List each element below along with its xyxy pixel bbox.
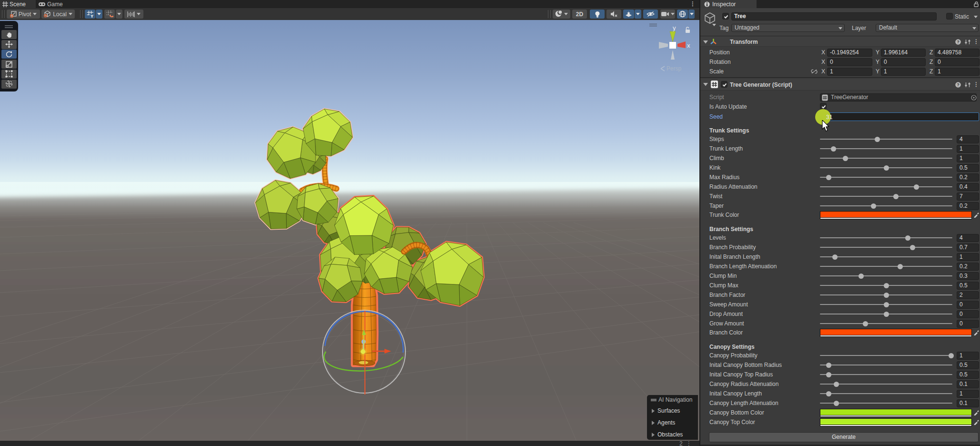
svg-text:⋮: ⋮	[686, 440, 692, 446]
svg-text:?: ?	[957, 82, 960, 87]
svg-text:?: ?	[957, 40, 960, 44]
svg-text:y: y	[673, 24, 676, 31]
svg-text:2: 2	[679, 440, 683, 446]
svg-text:Y: Y	[90, 14, 93, 18]
svg-text:Persp: Persp	[667, 65, 682, 72]
svg-text:x: x	[687, 42, 690, 49]
